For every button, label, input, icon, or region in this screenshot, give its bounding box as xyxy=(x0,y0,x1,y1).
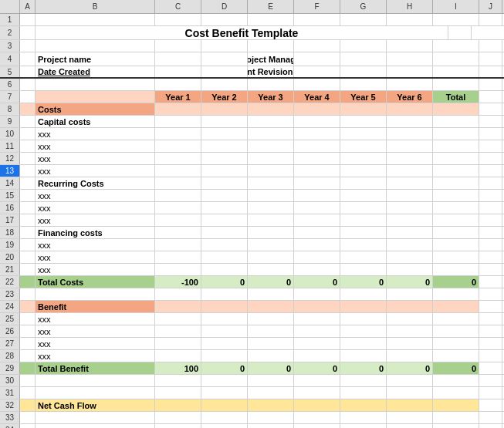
cell-i10[interactable] xyxy=(433,128,479,140)
cell-g30[interactable] xyxy=(340,375,387,386)
cell-f34[interactable] xyxy=(294,424,340,428)
cell-g26[interactable] xyxy=(340,325,387,337)
cell-doc-revision-label[interactable]: Document Revision Number xyxy=(248,66,294,77)
cell-d9[interactable] xyxy=(201,116,248,127)
cell-project-name-label[interactable]: Project name xyxy=(36,52,155,66)
cell-year1-header[interactable]: Year 1 xyxy=(155,91,201,103)
cell-i26[interactable] xyxy=(433,325,479,337)
cell-f4[interactable] xyxy=(294,52,340,66)
cell-costs-label[interactable]: Costs xyxy=(36,103,155,115)
cell-d12[interactable] xyxy=(201,153,248,164)
cell-a5[interactable] xyxy=(20,66,36,77)
cell-total-costs-y5[interactable]: 0 xyxy=(340,276,387,288)
cell-j21[interactable] xyxy=(479,264,502,275)
cell-i13[interactable] xyxy=(433,165,479,177)
cell-g32[interactable] xyxy=(340,399,387,411)
cell-j25[interactable] xyxy=(479,313,502,325)
cell-j19[interactable] xyxy=(479,239,502,251)
cell-e34[interactable] xyxy=(248,424,294,428)
cell-d25[interactable] xyxy=(201,313,248,325)
cell-a19[interactable] xyxy=(20,239,36,251)
cell-f24[interactable] xyxy=(294,301,340,312)
cell-h9[interactable] xyxy=(387,116,433,127)
cell-e21[interactable] xyxy=(248,264,294,275)
cell-f21[interactable] xyxy=(294,264,340,275)
cell-b26[interactable]: xxx xyxy=(36,325,155,337)
cell-f11[interactable] xyxy=(294,140,340,152)
cell-g24[interactable] xyxy=(340,301,387,312)
cell-e11[interactable] xyxy=(248,140,294,152)
cell-j10[interactable] xyxy=(479,128,502,140)
cell-total-benefit-y4[interactable]: 0 xyxy=(294,362,340,374)
cell-g15[interactable] xyxy=(340,190,387,201)
cell-e17[interactable] xyxy=(248,214,294,226)
cell-h26[interactable] xyxy=(387,325,433,337)
cell-b7[interactable] xyxy=(36,91,155,103)
cell-i25[interactable] xyxy=(433,313,479,325)
col-header-g[interactable]: G xyxy=(340,0,387,13)
cell-j24[interactable] xyxy=(479,301,502,312)
cell-e33[interactable] xyxy=(248,412,294,423)
cell-j16[interactable] xyxy=(479,202,502,214)
cell-b3[interactable] xyxy=(36,40,155,52)
cell-h13[interactable] xyxy=(387,165,433,177)
cell-e26[interactable] xyxy=(248,325,294,337)
cell-b13[interactable]: xxx xyxy=(36,165,155,177)
cell-d34[interactable] xyxy=(201,424,248,428)
cell-c30[interactable] xyxy=(155,375,201,386)
cell-i8[interactable] xyxy=(433,103,479,115)
cell-j6[interactable] xyxy=(479,79,502,90)
cell-j4[interactable] xyxy=(479,52,502,66)
cell-b1[interactable] xyxy=(36,14,155,25)
cell-f10[interactable] xyxy=(294,128,340,140)
cell-i34[interactable] xyxy=(433,424,479,428)
cell-h34[interactable] xyxy=(387,424,433,428)
cell-total-costs-y4[interactable]: 0 xyxy=(294,276,340,288)
cell-total-costs-y2[interactable]: 0 xyxy=(201,276,248,288)
cell-g1[interactable] xyxy=(340,14,387,25)
cell-total-benefit-label[interactable]: Total Benefit xyxy=(36,362,155,374)
cell-total-header[interactable]: Total xyxy=(433,91,479,103)
cell-j29[interactable] xyxy=(479,362,502,374)
cell-j7[interactable] xyxy=(479,91,502,103)
col-header-h[interactable]: H xyxy=(387,0,433,13)
cell-g31[interactable] xyxy=(340,387,387,399)
cell-c31[interactable] xyxy=(155,387,201,399)
cell-d27[interactable] xyxy=(201,338,248,349)
col-header-e[interactable]: E xyxy=(248,0,294,13)
cell-year5-header[interactable]: Year 5 xyxy=(340,91,387,103)
cell-d10[interactable] xyxy=(201,128,248,140)
cell-g5[interactable] xyxy=(340,66,387,77)
cell-c5[interactable] xyxy=(155,66,201,77)
cell-d15[interactable] xyxy=(201,190,248,201)
cell-project-manager-label[interactable]: Project Manager xyxy=(248,52,294,66)
cell-f6[interactable] xyxy=(294,79,340,90)
cell-f14[interactable] xyxy=(294,177,340,189)
cell-g28[interactable] xyxy=(340,350,387,362)
cell-j27[interactable] xyxy=(479,338,502,349)
cell-a32[interactable] xyxy=(20,399,36,411)
cell-e10[interactable] xyxy=(248,128,294,140)
cell-b12[interactable]: xxx xyxy=(36,153,155,164)
cell-c19[interactable] xyxy=(155,239,201,251)
cell-e30[interactable] xyxy=(248,375,294,386)
cell-b33[interactable] xyxy=(36,412,155,423)
cell-h1[interactable] xyxy=(387,14,433,25)
cell-f8[interactable] xyxy=(294,103,340,115)
cell-d6[interactable] xyxy=(201,79,248,90)
cell-f26[interactable] xyxy=(294,325,340,337)
cell-a6[interactable] xyxy=(20,79,36,90)
cell-g18[interactable] xyxy=(340,227,387,238)
cell-d20[interactable] xyxy=(201,251,248,263)
cell-j34[interactable] xyxy=(479,424,502,428)
cell-f16[interactable] xyxy=(294,202,340,214)
cell-g34[interactable] xyxy=(340,424,387,428)
cell-f1[interactable] xyxy=(294,14,340,25)
cell-a22[interactable] xyxy=(20,276,36,288)
cell-a28[interactable] xyxy=(20,350,36,362)
cell-a14[interactable] xyxy=(20,177,36,189)
cell-year2-header[interactable]: Year 2 xyxy=(201,91,248,103)
cell-b6[interactable] xyxy=(36,79,155,90)
cell-b34[interactable] xyxy=(36,424,155,428)
cell-d13[interactable] xyxy=(201,165,248,177)
